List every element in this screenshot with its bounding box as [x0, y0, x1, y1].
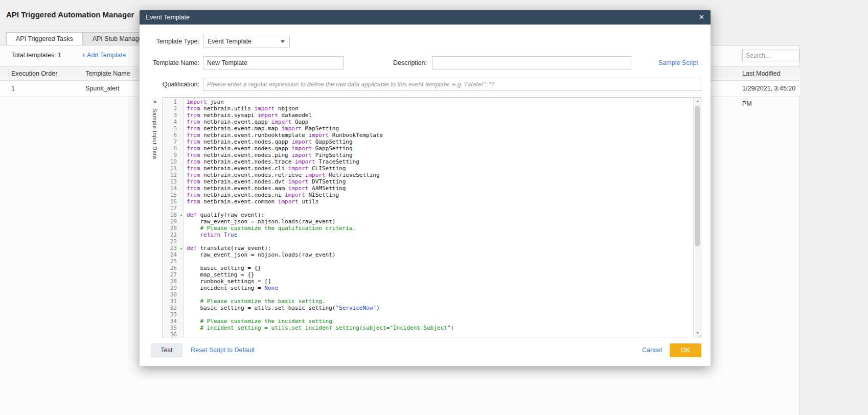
code-text: from netbrain.event.qapp import Qapp [184, 119, 693, 125]
tab-bar: API Triggered Tasks API Stub Manager [6, 32, 154, 45]
template-name-input[interactable] [203, 56, 344, 70]
line-number: 25 [163, 258, 184, 265]
code-text: from netbrain.event.runbooktemplate impo… [184, 132, 693, 139]
line-number: 27 [163, 271, 184, 278]
tab-api-triggered-tasks[interactable]: API Triggered Tasks [6, 32, 83, 45]
row-template-name-link[interactable]: Spunk_alert [85, 81, 120, 96]
code-text [184, 291, 693, 298]
code-text: # Please customize the incident setting. [184, 318, 693, 325]
line-number: 33 [163, 311, 184, 318]
line-number: 13 [163, 178, 184, 185]
description-input[interactable] [432, 56, 631, 70]
code-text: def qualify(raw_event): [184, 212, 693, 218]
code-line: 6from netbrain.event.runbooktemplate imp… [163, 132, 693, 139]
line-number: 15 [163, 192, 184, 198]
test-button[interactable]: Test [151, 343, 182, 357]
code-text: from netbrain.event.nodes.gapp import Ga… [184, 145, 693, 152]
code-line: 15from netbrain.event.nodes.ni import NI… [163, 192, 693, 198]
code-line: 13from netbrain.event.nodes.dvt import D… [163, 178, 693, 185]
code-text: incident_setting = None [184, 285, 693, 291]
code-text: from netbrain.event.nodes.aam import AAM… [184, 185, 693, 192]
code-text: from netbrain.sysapi import datamodel [184, 112, 693, 119]
code-text: import json [184, 99, 693, 105]
code-text [184, 311, 693, 318]
line-number: 11 [163, 165, 184, 172]
line-number: 29 [163, 285, 184, 291]
script-editor[interactable]: 1import json2from netbrain.utils import … [163, 97, 701, 337]
code-text: runbook_settings = [] [184, 278, 693, 285]
event-template-dialog: Event Template ✕ Template Type: Event Te… [140, 10, 711, 366]
line-number: 32 [163, 305, 184, 311]
code-line: 27 map_setting = {} [163, 271, 693, 278]
code-text: raw_event_json = nbjson.loads(raw_event) [184, 218, 693, 225]
code-text: return True [184, 232, 693, 238]
expand-panel-icon[interactable]: » [151, 98, 159, 105]
code-line: 12from netbrain.event.nodes.retrieve imp… [163, 172, 693, 178]
scroll-down-icon[interactable]: ▼ [694, 330, 701, 337]
col-last-modified: Last Modified [742, 67, 780, 81]
line-number: 31 [163, 298, 184, 305]
code-text: from netbrain.event.nodes.dvt import DVT… [184, 178, 693, 185]
code-text: from netbrain.event.nodes.cli import CLI… [184, 165, 693, 172]
line-number: 22 [163, 238, 184, 245]
code-line: 20 # Please customize the qualification … [163, 225, 693, 232]
template-type-value: Event Template [208, 35, 252, 48]
reset-script-link[interactable]: Reset Script to Default [191, 343, 255, 357]
line-number: 2 [163, 105, 184, 112]
code-text: from netbrain.event.map.map import MapSe… [184, 125, 693, 132]
code-line: 23▾def translate(raw_event): [163, 245, 693, 251]
code-line: 26 basic_setting = {} [163, 265, 693, 271]
sample-input-data-label: Sample Input Data [152, 108, 158, 159]
code-line: 7from netbrain.event.nodes.qapp import Q… [163, 139, 693, 145]
close-icon[interactable]: ✕ [699, 10, 704, 25]
code-text: basic_setting = utils.set_basic_setting(… [184, 305, 693, 311]
code-line: 21 return True [163, 232, 693, 238]
editor-scrollbar[interactable]: ▲ ▼ [693, 98, 701, 337]
code-line: 18▾def qualify(raw_event): [163, 212, 693, 218]
line-number: 10 [163, 158, 184, 165]
code-line: 32 basic_setting = utils.set_basic_setti… [163, 305, 693, 311]
row-last-modified: 1/29/2021, 3:45:20 PM [742, 81, 800, 111]
code-line: 33 [163, 311, 693, 318]
code-line: 28 runbook_settings = [] [163, 278, 693, 285]
page-title: API Triggered Automation Manager [6, 10, 134, 19]
code-line: 9from netbrain.event.nodes.ping import P… [163, 152, 693, 158]
total-templates-label: Total templates: 1 [11, 52, 61, 59]
sample-script-link[interactable]: Sample Script [658, 56, 698, 70]
code-line: 36 [163, 331, 693, 337]
line-number: 3 [163, 112, 184, 119]
line-number: 6 [163, 132, 184, 139]
code-text: basic_setting = {} [184, 265, 693, 271]
sample-input-data-strip: » Sample Input Data [151, 98, 159, 190]
cancel-button[interactable]: Cancel [642, 343, 662, 357]
line-number: 28 [163, 278, 184, 285]
scrollbar-thumb[interactable] [695, 106, 700, 246]
template-type-label: Template Type: [140, 35, 199, 48]
template-type-select[interactable]: Event Template [203, 35, 290, 48]
scroll-up-icon[interactable]: ▲ [694, 98, 701, 105]
line-number: 5 [163, 125, 184, 132]
code-line: 35 # incident_setting = utils.set_incide… [163, 325, 693, 331]
code-line: 2from netbrain.utils import nbjson [163, 105, 693, 112]
line-number: 1 [163, 99, 184, 105]
line-number: 16 [163, 198, 184, 205]
code-line: 34 # Please customize the incident setti… [163, 318, 693, 325]
code-text: raw_event_json = nbjson.loads(raw_event) [184, 251, 693, 258]
add-template-button[interactable]: + Add Template [82, 52, 126, 59]
line-number: 21 [163, 232, 184, 238]
code-line: 3from netbrain.sysapi import datamodel [163, 112, 693, 119]
code-line: 22 [163, 238, 693, 245]
line-number: 24 [163, 251, 184, 258]
code-line: 1import json [163, 99, 693, 105]
dialog-header: Event Template ✕ [140, 10, 711, 25]
search-input[interactable] [742, 50, 800, 61]
line-number: 34 [163, 318, 184, 325]
ok-button[interactable]: OK [670, 343, 701, 357]
code-lines: 1import json2from netbrain.utils import … [163, 98, 693, 337]
line-number: 8 [163, 145, 184, 152]
line-number: 7 [163, 139, 184, 145]
code-text: from netbrain.event.nodes.retrieve impor… [184, 172, 693, 178]
code-line: 16from netbrain.event.common import util… [163, 198, 693, 205]
code-line: 25 [163, 258, 693, 265]
qualification-input[interactable] [203, 78, 701, 91]
